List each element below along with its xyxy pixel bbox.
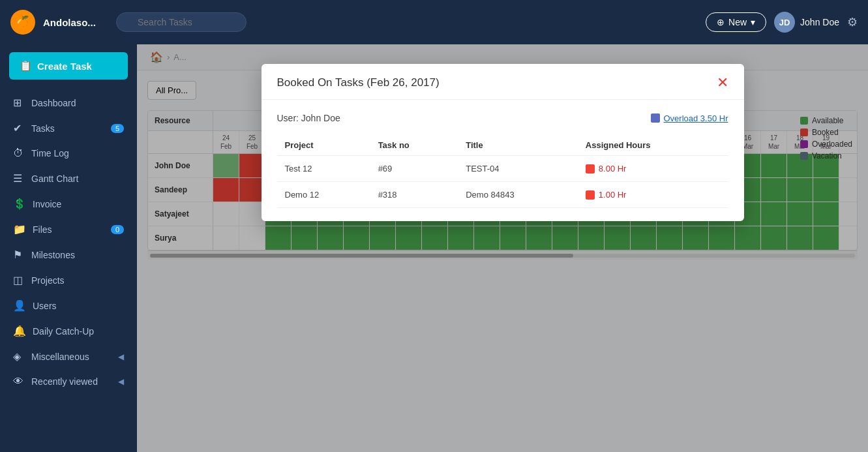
sidebar-item-label: Milestones: [31, 250, 75, 260]
row-title: Demo 84843: [458, 182, 578, 208]
gantt-icon: ☰: [13, 172, 25, 185]
tasks-badge: 5: [111, 124, 124, 133]
sidebar-item-label: Gantt Chart: [31, 173, 78, 184]
sidebar-item-label: Users: [33, 301, 57, 311]
modal-title: Booked On Tasks (Feb 26, 2017): [277, 76, 440, 89]
hours-icon: [586, 164, 595, 173]
timelog-icon: ⏱: [13, 147, 25, 159]
user-name: John Doe: [800, 17, 839, 27]
row-title: TEST-04: [458, 156, 578, 182]
sidebar: 📋 Create Task ⊞ Dashboard ✔ Tasks 5 ⏱ Ti…: [0, 44, 137, 452]
sidebar-item-projects[interactable]: ◫ Projects: [0, 267, 137, 293]
sidebar-item-users[interactable]: 👤 Users: [0, 293, 137, 318]
files-badge: 0: [111, 225, 124, 234]
sidebar-item-label: Recently viewed: [31, 376, 98, 387]
sidebar-item-gantt[interactable]: ☰ Gantt Chart: [0, 166, 137, 191]
new-button[interactable]: ⊕ New ▾: [706, 12, 766, 32]
search-wrapper: 🔍: [116, 12, 247, 32]
content-area: 🏠 › A... All Pro... Available Booked: [137, 44, 868, 452]
create-task-icon: 📋: [20, 60, 32, 72]
modal-table: Project Task no Title Assigned Hours Tes…: [277, 135, 728, 208]
hours-icon: [586, 190, 595, 200]
sidebar-item-daily-catchup[interactable]: 🔔 Daily Catch-Up: [0, 318, 137, 344]
create-task-label: Create Task: [37, 61, 92, 72]
users-icon: 👤: [13, 299, 26, 312]
user-info: JD John Doe: [774, 12, 839, 33]
recently-viewed-arrow-icon: ◀: [118, 377, 124, 386]
new-chevron-icon: ▾: [751, 17, 755, 27]
modal-close-button[interactable]: ✕: [717, 76, 728, 90]
row-project: Demo 12: [277, 182, 370, 208]
new-plus-icon: ⊕: [717, 17, 725, 27]
misc-arrow-icon: ◀: [118, 352, 124, 361]
sidebar-item-milestones[interactable]: ⚑ Milestones: [0, 242, 137, 267]
overload-badge[interactable]: Overload 3.50 Hr: [651, 113, 728, 123]
sidebar-item-label: Invoice: [33, 199, 61, 209]
modal-overlay: Booked On Tasks (Feb 26, 2017) ✕ User: J…: [137, 44, 868, 452]
sidebar-item-invoice[interactable]: 💲 Invoice: [0, 191, 137, 217]
table-row: Demo 12#318Demo 848431.00 Hr: [277, 182, 728, 208]
sidebar-item-label: Time Log: [31, 148, 69, 158]
row-taskno: #69: [370, 156, 458, 182]
sidebar-item-tasks[interactable]: ✔ Tasks 5: [0, 115, 137, 141]
modal-user-row: User: John Doe Overload 3.50 Hr: [277, 113, 728, 123]
misc-icon: ◈: [13, 350, 25, 363]
files-icon: 📁: [13, 223, 26, 235]
sidebar-item-label: Tasks: [31, 123, 55, 134]
sidebar-item-recently-viewed[interactable]: 👁 Recently viewed ◀: [0, 369, 137, 394]
modal-table-body: Test 12#69TEST-048.00 HrDemo 12#318Demo …: [277, 156, 728, 208]
sidebar-item-miscellaneous[interactable]: ◈ Miscellaneous ◀: [0, 344, 137, 369]
new-button-label: New: [728, 17, 747, 27]
row-taskno: #318: [370, 182, 458, 208]
app-logo: 🍊: [10, 10, 35, 35]
tasks-icon: ✔: [13, 122, 25, 134]
sidebar-item-label: Projects: [31, 275, 65, 286]
projects-icon: ◫: [13, 274, 25, 286]
col-hours: Assigned Hours: [578, 135, 728, 156]
milestones-icon: ⚑: [13, 249, 25, 261]
overload-label: Overload 3.50 Hr: [664, 113, 728, 123]
table-row: Test 12#69TEST-048.00 Hr: [277, 156, 728, 182]
sidebar-item-timelog[interactable]: ⏱ Time Log: [0, 141, 137, 166]
search-input[interactable]: [116, 12, 247, 32]
col-taskno: Task no: [370, 135, 458, 156]
modal-table-header-row: Project Task no Title Assigned Hours: [277, 135, 728, 156]
modal-header: Booked On Tasks (Feb 26, 2017) ✕: [262, 64, 744, 100]
hours-value: 1.00 Hr: [599, 190, 627, 200]
app-brand: Andolaso...: [43, 17, 108, 28]
logo-icon: 🍊: [16, 15, 30, 29]
overload-color-swatch: [651, 113, 660, 123]
col-project: Project: [277, 135, 370, 156]
row-hours: 1.00 Hr: [578, 182, 728, 208]
sidebar-item-label: Daily Catch-Up: [33, 326, 94, 337]
sidebar-item-files[interactable]: 📁 Files 0: [0, 217, 137, 242]
catchup-icon: 🔔: [13, 325, 26, 337]
row-hours: 8.00 Hr: [578, 156, 728, 182]
modal: Booked On Tasks (Feb 26, 2017) ✕ User: J…: [262, 64, 744, 221]
create-task-button[interactable]: 📋 Create Task: [9, 52, 128, 80]
gear-icon[interactable]: ⚙: [847, 15, 858, 29]
sidebar-item-label: Dashboard: [31, 98, 76, 108]
hours-value: 8.00 Hr: [599, 164, 627, 173]
sidebar-item-label: Miscellaneous: [31, 352, 89, 362]
avatar: JD: [774, 12, 795, 33]
recently-viewed-icon: 👁: [13, 376, 25, 387]
dashboard-icon: ⊞: [13, 97, 25, 109]
modal-user-label: User: John Doe: [277, 113, 340, 123]
row-project: Test 12: [277, 156, 370, 182]
invoice-icon: 💲: [13, 198, 26, 210]
sidebar-item-label: Files: [33, 224, 52, 235]
topbar: 🍊 Andolaso... 🔍 ⊕ New ▾ JD John Doe ⚙: [0, 0, 868, 44]
col-title: Title: [458, 135, 578, 156]
sidebar-item-dashboard[interactable]: ⊞ Dashboard: [0, 90, 137, 115]
modal-body: User: John Doe Overload 3.50 Hr Project …: [262, 100, 744, 221]
main-layout: 📋 Create Task ⊞ Dashboard ✔ Tasks 5 ⏱ Ti…: [0, 44, 868, 452]
